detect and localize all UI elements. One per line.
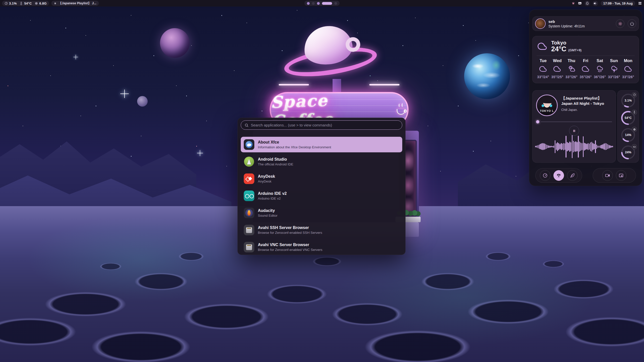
waveform-bar bbox=[580, 143, 581, 151]
app-item-about-xfce[interactable]: About XfceInformation about the Xfce Des… bbox=[241, 137, 402, 152]
forecast-sat: Sat36°/26° bbox=[593, 58, 606, 79]
network-app-icon bbox=[244, 242, 254, 252]
waveform-bar bbox=[574, 142, 575, 152]
track-title: 【Japanese Playlist】 Japan All Night - To… bbox=[561, 96, 613, 106]
forecast-wed: Wed35°/25° bbox=[551, 58, 564, 79]
workspace-dot-5[interactable] bbox=[334, 2, 337, 5]
waveform-bar bbox=[540, 144, 541, 149]
search-bar[interactable] bbox=[241, 120, 402, 130]
forecast-temps: 33°/26° bbox=[608, 75, 620, 79]
workspace-dot-3[interactable] bbox=[317, 2, 320, 5]
waveform-bar bbox=[589, 144, 590, 150]
speedometer-icon bbox=[632, 92, 637, 98]
waveform-bar bbox=[573, 141, 574, 152]
app-item-avahi-vnc-server-browser[interactable]: Avahi VNC Server BrowserBrowse for Zeroc… bbox=[241, 239, 402, 255]
now-playing-label: 【Japanese Playlist】 J... bbox=[59, 1, 96, 6]
thermometer-icon bbox=[20, 2, 23, 5]
forecast-day: Mon bbox=[624, 58, 632, 63]
waveform-bar bbox=[579, 142, 580, 152]
now-playing-pill[interactable]: 【Japanese Playlist】 J... bbox=[51, 1, 99, 6]
android-studio-app-icon bbox=[244, 156, 254, 167]
waveform-bar bbox=[571, 142, 572, 151]
image-icon[interactable] bbox=[578, 1, 582, 5]
forecast-temps: 33°/26° bbox=[566, 75, 578, 79]
forecast-temps: 33°/24° bbox=[537, 75, 549, 79]
balanced-mode-button[interactable] bbox=[553, 170, 564, 181]
waveform-bar bbox=[601, 145, 602, 149]
forecast-day: Thu bbox=[568, 58, 575, 63]
waveform-bar bbox=[590, 142, 591, 151]
app-item-android-studio[interactable]: Android StudioThe official Android IDE bbox=[241, 154, 402, 169]
app-subtitle: AnyDesk bbox=[258, 179, 275, 184]
forecast-day: Tue bbox=[540, 58, 547, 63]
forecast-day: Wed bbox=[553, 58, 562, 63]
forecast-day: Fri bbox=[583, 58, 588, 63]
stat-value: 3.1% bbox=[9, 2, 17, 5]
workspace-dot-2[interactable] bbox=[312, 2, 315, 5]
cloud-icon bbox=[539, 65, 547, 73]
progress-track[interactable] bbox=[541, 121, 612, 122]
forecast-temps: 35°/26° bbox=[580, 75, 592, 79]
search-input[interactable] bbox=[251, 123, 398, 127]
system-stats-pill: 3.1%54°C6.8G bbox=[2, 1, 49, 6]
notifications-button[interactable] bbox=[585, 1, 590, 6]
waveform-bar bbox=[600, 145, 601, 148]
forecast-temps: 33°/26° bbox=[622, 75, 634, 79]
pause-icon bbox=[54, 2, 57, 5]
weather-forecast: Tue33°/24°Wed35°/25°Thu33°/26°Fri35°/26°… bbox=[537, 58, 635, 79]
speedometer-icon bbox=[543, 173, 548, 178]
capture-controls bbox=[593, 168, 636, 183]
audio-visualizer bbox=[535, 134, 613, 159]
divider bbox=[537, 56, 635, 56]
workspace-switcher bbox=[304, 1, 340, 6]
performance-mode-button[interactable] bbox=[540, 170, 550, 181]
waveform-bar bbox=[538, 145, 539, 148]
clock[interactable]: 17:09 - Tue, 19 Aug bbox=[601, 1, 635, 6]
waveform-bar bbox=[555, 140, 556, 153]
pause-icon bbox=[572, 129, 576, 133]
topbar-stat-temperature: 54°C bbox=[20, 2, 32, 5]
disk-icon bbox=[632, 144, 637, 149]
volume-button[interactable] bbox=[593, 1, 598, 6]
earth-planet bbox=[464, 53, 510, 99]
forecast-tue: Tue33°/24° bbox=[537, 58, 550, 79]
waveform-bar bbox=[612, 146, 613, 147]
speaker-icon bbox=[594, 2, 597, 5]
waveform-bar bbox=[595, 140, 596, 153]
settings-button[interactable] bbox=[616, 19, 624, 28]
forecast-temps: 35°/25° bbox=[551, 75, 564, 79]
app-item-avahi-ssh-server-browser[interactable]: Avahi SSH Server BrowserBrowse for Zeroc… bbox=[241, 222, 402, 238]
speedometer-icon bbox=[5, 2, 8, 5]
weather-card: Tokyo 24°C (GMT+9) Tue33°/24°Wed35°/25°T… bbox=[532, 36, 639, 83]
waveform-bar bbox=[596, 145, 597, 149]
app-launcher: About XfceInformation about the Xfce Des… bbox=[237, 118, 406, 255]
powersave-mode-button[interactable] bbox=[567, 170, 578, 181]
paw-icon[interactable] bbox=[572, 2, 575, 5]
anydesk-app-icon bbox=[244, 173, 254, 184]
power-button[interactable] bbox=[628, 19, 636, 28]
network-app-icon bbox=[244, 225, 254, 235]
screen-record-button[interactable] bbox=[602, 170, 613, 181]
app-title: About Xfce bbox=[258, 140, 331, 145]
app-item-anydesk[interactable]: AnyDeskAnyDesk bbox=[241, 171, 402, 187]
waveform-bar bbox=[563, 143, 564, 150]
workspace-dot-4[interactable] bbox=[322, 2, 332, 5]
sparkle-star bbox=[73, 55, 78, 60]
progress-handle[interactable] bbox=[536, 120, 539, 123]
waveform-bar bbox=[582, 143, 583, 150]
waveform-bar bbox=[599, 146, 600, 148]
progress-bar[interactable] bbox=[536, 120, 612, 123]
screenshot-button[interactable] bbox=[616, 170, 626, 181]
weather-city: Tokyo bbox=[551, 40, 582, 46]
app-grid-icon[interactable] bbox=[638, 1, 642, 5]
user-card: seb System Uptime: 4h11m bbox=[532, 16, 639, 31]
workspace-dot-1[interactable] bbox=[307, 2, 310, 5]
app-item-audacity[interactable]: AudacitySound Editor bbox=[241, 205, 402, 221]
app-title: Arduino IDE v2 bbox=[258, 191, 287, 196]
app-item-arduino-ide-v2[interactable]: Arduino IDE v2Arduino IDE v2 bbox=[241, 188, 402, 204]
sparkle-star bbox=[120, 89, 129, 98]
top-panel-tray: 17:09 - Tue, 19 Aug bbox=[572, 0, 642, 7]
waveform-bar bbox=[562, 144, 563, 150]
waveform-bar bbox=[567, 142, 568, 151]
waveform-bar bbox=[536, 146, 537, 148]
